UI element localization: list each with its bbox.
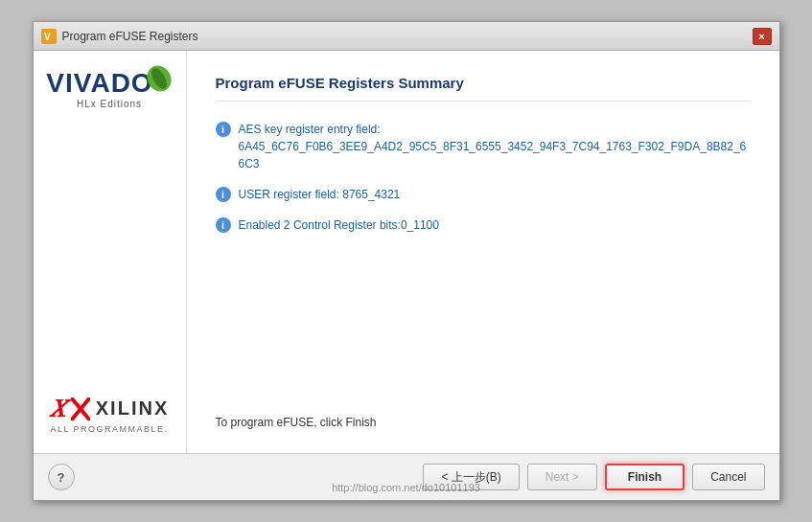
info-icon-control: i [216, 217, 231, 233]
xilinx-name-text: XILINX [96, 397, 169, 420]
vivado-logo: VIVADO HLx Editions [46, 70, 172, 109]
info-icon-user: i [216, 187, 231, 202]
vivado-brand-text: VIVADO [46, 70, 152, 97]
vivado-sub-text: HLx Editions [77, 99, 142, 109]
vivado-leaf-icon [146, 65, 173, 92]
watermark: http://blog.com.net/do10101193 [332, 482, 480, 493]
aes-label: AES key register entry field: [239, 123, 381, 136]
xilinx-brand: 𝛸 XILINX [50, 394, 169, 423]
info-icon-aes: i [216, 122, 231, 137]
titlebar: V Program eFUSE Registers × [34, 22, 779, 51]
left-panel: VIVADO HLx Editions 𝛸 [34, 51, 187, 453]
cancel-button[interactable]: Cancel [692, 464, 764, 490]
xilinx-icon: 𝛸 [50, 394, 65, 423]
svg-text:V: V [44, 32, 51, 42]
bottom-instruction: To program eFUSE, click Finish [216, 416, 751, 429]
spacer [216, 247, 751, 416]
content-area: VIVADO HLx Editions 𝛸 [34, 51, 779, 453]
main-window: V Program eFUSE Registers × VIVADO [33, 21, 780, 501]
titlebar-app-icon: V [41, 29, 57, 44]
info-text-user: USER register field: 8765_4321 [239, 186, 401, 203]
info-row-control: i Enabled 2 Control Register bits:0_1100 [216, 216, 751, 234]
info-text-aes: AES key register entry field: 6A45_6C76_… [239, 121, 751, 172]
titlebar-left: V Program eFUSE Registers [41, 29, 198, 44]
xilinx-logo-icon [71, 397, 90, 420]
info-text-control: Enabled 2 Control Register bits:0_1100 [239, 216, 439, 234]
aes-value: 6A45_6C76_F0B6_3EE9_A4D2_95C5_8F31_6555_… [239, 140, 747, 170]
xilinx-logo: 𝛸 XILINX ALL PROGRAMMABLE. [50, 394, 169, 434]
panel-title: Program eFUSE Registers Summary [216, 75, 751, 102]
next-button[interactable]: Next > [527, 464, 597, 490]
info-row-aes: i AES key register entry field: 6A45_6C7… [216, 121, 751, 172]
info-row-user: i USER register field: 8765_4321 [216, 186, 751, 203]
finish-button[interactable]: Finish [605, 464, 684, 490]
close-button[interactable]: × [753, 28, 772, 45]
help-button[interactable]: ? [48, 464, 75, 490]
right-panel: Program eFUSE Registers Summary i AES ke… [187, 51, 779, 453]
xilinx-sub-text: ALL PROGRAMMABLE. [50, 424, 168, 434]
titlebar-title: Program eFUSE Registers [62, 30, 198, 43]
